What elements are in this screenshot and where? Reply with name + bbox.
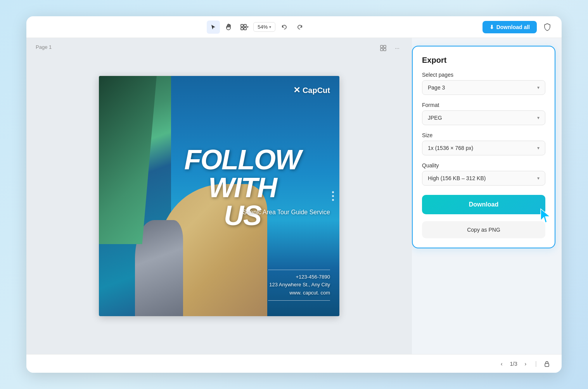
copy-as-png-button[interactable]: Copy as PNG (422, 221, 545, 238)
download-button[interactable]: Download (422, 195, 545, 214)
format-field: Format JPEG ▾ (422, 102, 545, 125)
canvas-card: ✕ CapCut FOLLOWWITHUS Scenic Area Tour G… (99, 76, 339, 316)
zoom-control[interactable]: 54% ▾ (253, 22, 275, 32)
shield-button[interactable] (541, 21, 554, 34)
page-more-button[interactable]: ··· (392, 43, 403, 53)
zoom-value: 54% (258, 24, 268, 30)
svg-rect-6 (380, 48, 383, 51)
size-field: Size 1x (1536 × 768 px) ▾ (422, 132, 545, 155)
quality-value: High (156 KB – 312 KB) (428, 175, 486, 181)
capcut-logo: ✕ CapCut (293, 85, 330, 95)
lock-button[interactable] (541, 358, 552, 369)
download-all-button[interactable]: ⬇ Download all (483, 21, 537, 33)
download-all-label: Download all (496, 24, 530, 30)
size-dropdown[interactable]: 1x (1536 × 768 px) ▾ (422, 141, 545, 155)
canvas-footer-text: +123-456-7890 123 Anywhere St., Any City… (268, 270, 330, 301)
select-pages-value: Page 3 (428, 84, 445, 91)
cursor-indicator (539, 208, 553, 226)
format-value: JPEG (428, 115, 442, 121)
app-window: ▾ 54% ▾ ⬇ Download all (26, 16, 562, 373)
svg-rect-2 (241, 28, 243, 30)
export-panel: Export Select pages Page 3 ▾ Format JPEG… (412, 46, 555, 248)
format-chevron-icon: ▾ (537, 115, 540, 120)
layout-tool-button[interactable]: ▾ (238, 21, 251, 34)
zoom-chevron-icon: ▾ (269, 25, 271, 29)
canvas-area: Page 1 ··· (26, 38, 412, 354)
svg-rect-7 (384, 48, 386, 51)
bottom-bar: ‹ 1/3 › | (26, 354, 562, 373)
page-thumbnail-button[interactable] (378, 43, 389, 53)
toolbar-left: ▾ 54% ▾ (34, 21, 479, 34)
page-actions: ··· (378, 43, 403, 53)
canvas-title-text: FOLLOWWITHUS (184, 146, 301, 229)
quality-dropdown[interactable]: High (156 KB – 312 KB) ▾ (422, 171, 545, 186)
svg-rect-4 (380, 45, 383, 48)
select-pages-label: Select pages (422, 72, 545, 78)
svg-rect-3 (244, 28, 246, 30)
quality-chevron-icon: ▾ (537, 176, 540, 181)
svg-rect-8 (545, 363, 549, 367)
download-icon: ⬇ (489, 24, 494, 30)
page-label: Page 1 (36, 44, 52, 50)
size-value: 1x (1536 × 768 px) (428, 145, 473, 151)
select-pages-chevron-icon: ▾ (537, 85, 540, 90)
select-pages-field: Select pages Page 3 ▾ (422, 72, 545, 95)
svg-rect-1 (244, 24, 246, 27)
undo-button[interactable] (278, 21, 291, 34)
download-section: Download (422, 193, 545, 214)
select-pages-dropdown[interactable]: Page 3 ▾ (422, 80, 545, 95)
toolbar: ▾ 54% ▾ ⬇ Download all (26, 16, 562, 38)
capcut-brand-text: CapCut (303, 86, 330, 95)
format-label: Format (422, 102, 545, 108)
size-label: Size (422, 132, 545, 138)
format-dropdown[interactable]: JPEG ▾ (422, 110, 545, 125)
nav-divider: | (535, 360, 537, 367)
hand-tool-button[interactable] (222, 21, 235, 34)
pagination: ‹ 1/3 › (496, 359, 530, 369)
svg-rect-5 (384, 45, 386, 48)
select-tool-button[interactable] (207, 21, 220, 34)
layout-chevron-icon: ▾ (247, 25, 249, 29)
toolbar-right: ⬇ Download all (483, 21, 554, 34)
size-chevron-icon: ▾ (537, 145, 540, 151)
redo-button[interactable] (293, 21, 306, 34)
pagination-text: 1/3 (510, 361, 517, 367)
quality-label: Quality (422, 162, 545, 169)
quality-field: Quality High (156 KB – 312 KB) ▾ (422, 162, 545, 186)
main-content: Page 1 ··· (26, 38, 562, 354)
next-page-button[interactable]: › (521, 359, 531, 369)
export-title: Export (422, 56, 545, 65)
canvas-dots-menu (330, 188, 336, 204)
canvas-subtitle-text: Scenic Area Tour Guide Service (242, 208, 330, 217)
prev-page-button[interactable]: ‹ (496, 359, 507, 369)
svg-rect-0 (241, 24, 243, 27)
